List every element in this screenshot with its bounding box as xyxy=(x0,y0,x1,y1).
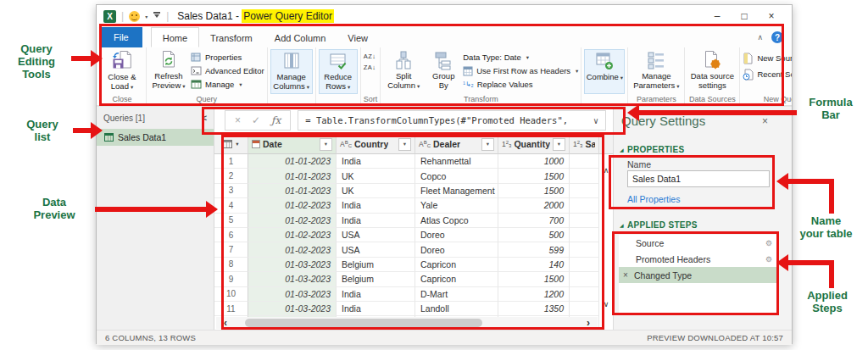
data-source-settings-button[interactable]: Data source settings xyxy=(687,49,737,91)
column-header-sales[interactable]: 123Sales xyxy=(570,135,599,154)
cell-qty[interactable]: 140 xyxy=(498,258,570,272)
column-header-quantity[interactable]: 123Quantity▾ xyxy=(498,135,570,154)
close-and-load-button[interactable]: Close & Load▾ xyxy=(101,49,143,92)
scroll-left-icon[interactable]: ‹ xyxy=(216,317,235,329)
cell-country[interactable]: India xyxy=(337,154,415,169)
cell-country[interactable]: UK xyxy=(337,169,415,183)
cell-dealer[interactable]: Capricon xyxy=(415,258,498,272)
minimize-button[interactable]: – xyxy=(704,10,731,22)
replace-values-button[interactable]: ¹↳₂ Replace Values xyxy=(463,79,578,90)
cell-qty[interactable]: 2000 xyxy=(498,198,570,213)
cell-country[interactable]: India xyxy=(337,198,415,213)
cell-country[interactable]: India xyxy=(337,214,415,228)
cell-dealer[interactable]: Doreo xyxy=(415,242,498,257)
tab-home[interactable]: Home xyxy=(151,27,199,47)
cell-dealer[interactable]: Rehanmettal xyxy=(415,154,498,169)
data-type-button[interactable]: Data Type: Date▾ xyxy=(463,52,578,63)
formula-input[interactable]: = Table.TransformColumnTypes(#"Promoted … xyxy=(298,110,606,131)
cell-date[interactable]: 01-02-2023 xyxy=(248,214,337,228)
filter-icon[interactable]: ▾ xyxy=(481,138,494,151)
cell-country[interactable]: India xyxy=(337,302,415,316)
cell-qty[interactable]: 1200 xyxy=(498,287,570,302)
gear-icon[interactable]: ⚙ xyxy=(765,239,772,247)
cell-dealer[interactable]: Doreo xyxy=(415,228,498,242)
cell-sales[interactable] xyxy=(570,214,599,228)
cell-sales[interactable] xyxy=(570,198,599,213)
new-source-button[interactable]: New Source▾ xyxy=(743,53,792,64)
cell-date[interactable]: 01-01-2023 xyxy=(248,184,337,198)
cell-qty[interactable]: 1500 xyxy=(498,272,570,286)
properties-section-header[interactable]: ◢ PROPERTIES xyxy=(620,145,684,154)
cell-qty[interactable]: 1350 xyxy=(498,302,570,316)
query-list-item[interactable]: Sales Data1 xyxy=(97,129,214,146)
cell-country[interactable]: UK xyxy=(337,184,415,198)
gear-icon[interactable]: ⚙ xyxy=(765,255,772,264)
cell-dealer[interactable]: Fleet Management xyxy=(415,184,498,198)
cell-country[interactable]: USA xyxy=(337,228,415,242)
cell-date[interactable]: 01-01-2023 xyxy=(248,154,337,169)
vertical-scrollbar[interactable]: ∧ ∨ xyxy=(599,154,613,317)
cell-sales[interactable] xyxy=(570,272,599,286)
cell-sales[interactable] xyxy=(570,154,599,169)
cell-country[interactable]: Belgium xyxy=(337,258,415,272)
cell-qty[interactable]: 1000 xyxy=(498,154,570,169)
applied-step-changed-type[interactable]: ×Changed Type xyxy=(619,267,779,283)
cell-date[interactable]: 01-02-2023 xyxy=(248,198,337,213)
refresh-preview-button[interactable]: Refresh Preview▾ xyxy=(149,49,188,91)
cell-dealer[interactable]: Landoll xyxy=(415,302,498,316)
sort-ascending-button[interactable]: AZ↓ xyxy=(364,53,376,60)
cell-qty[interactable]: 1500 xyxy=(498,184,570,198)
filter-icon[interactable]: ▾ xyxy=(398,138,411,151)
expand-formula-bar-icon[interactable]: ∨ xyxy=(593,116,598,125)
cell-qty[interactable]: 700 xyxy=(498,214,570,228)
cell-country[interactable]: Belgium xyxy=(337,272,415,286)
use-first-row-as-headers-button[interactable]: Use First Row as Headers▾ xyxy=(463,65,578,76)
cell-country[interactable]: USA xyxy=(337,242,415,257)
group-by-button[interactable]: Group By xyxy=(426,49,460,91)
filter-icon[interactable]: ▾ xyxy=(553,138,565,151)
cell-sales[interactable] xyxy=(570,184,599,198)
cell-sales[interactable] xyxy=(570,302,599,316)
applied-step-promoted-headers[interactable]: Promoted Headers⚙ xyxy=(619,251,779,267)
fx-icon[interactable]: ƒx xyxy=(271,114,281,126)
titlebar[interactable]: X | ▾ | Sales Data1 - Power Query Editor… xyxy=(97,5,792,27)
advanced-editor-button[interactable]: Advanced Editor xyxy=(191,65,264,76)
cancel-formula-icon[interactable]: × xyxy=(235,114,241,126)
cell-date[interactable]: 01-03-2023 xyxy=(248,272,337,286)
scroll-up-icon[interactable]: ∧ xyxy=(604,166,609,175)
cell-sales[interactable] xyxy=(570,258,599,272)
manage-button[interactable]: Manage▾ xyxy=(191,79,264,90)
sort-descending-button[interactable]: ZA↓ xyxy=(364,64,376,71)
cell-dealer[interactable]: Yale xyxy=(415,198,498,213)
cell-dealer[interactable]: Atlas Copco xyxy=(415,214,498,228)
applied-step-source[interactable]: Source⚙ xyxy=(619,235,779,251)
cell-country[interactable]: India xyxy=(337,287,415,302)
cell-dealer[interactable]: Capricon xyxy=(415,272,498,286)
cell-dealer[interactable]: D-Mart xyxy=(415,287,498,302)
combine-button[interactable]: Combine▾ xyxy=(584,49,625,94)
manage-columns-button[interactable]: Manage Columns▾ xyxy=(270,49,313,94)
cell-date[interactable]: 01-01-2023 xyxy=(248,169,337,183)
reduce-rows-button[interactable]: Reduce Rows▾ xyxy=(319,49,358,94)
tab-view[interactable]: View xyxy=(337,27,379,47)
collapse-ribbon-icon[interactable]: ∧ xyxy=(757,33,763,42)
commit-formula-icon[interactable]: ✓ xyxy=(252,114,260,126)
query-name-input[interactable] xyxy=(627,170,770,187)
filter-icon[interactable]: ▾ xyxy=(320,138,332,151)
cell-sales[interactable] xyxy=(570,228,599,242)
delete-step-icon[interactable]: × xyxy=(623,270,628,280)
scrollbar-thumb[interactable] xyxy=(245,319,482,327)
cell-qty[interactable]: 1500 xyxy=(498,169,570,183)
quick-access-toolbar-icon[interactable] xyxy=(153,12,161,20)
collapse-queries-pane-icon[interactable]: < xyxy=(202,114,207,123)
tab-file[interactable]: File xyxy=(100,27,142,47)
close-button[interactable]: × xyxy=(758,10,785,22)
chevron-down-icon[interactable]: ▾ xyxy=(145,14,147,19)
cell-qty[interactable]: 500 xyxy=(498,228,570,242)
scroll-right-icon[interactable]: › xyxy=(579,317,598,329)
cell-date[interactable]: 01-02-2023 xyxy=(248,242,337,257)
cell-date[interactable]: 01-03-2023 xyxy=(248,258,337,272)
column-header-date[interactable]: Date▾ xyxy=(248,135,337,154)
cell-qty[interactable]: 599 xyxy=(498,242,570,257)
cell-date[interactable]: 01-03-2023 xyxy=(248,302,337,316)
